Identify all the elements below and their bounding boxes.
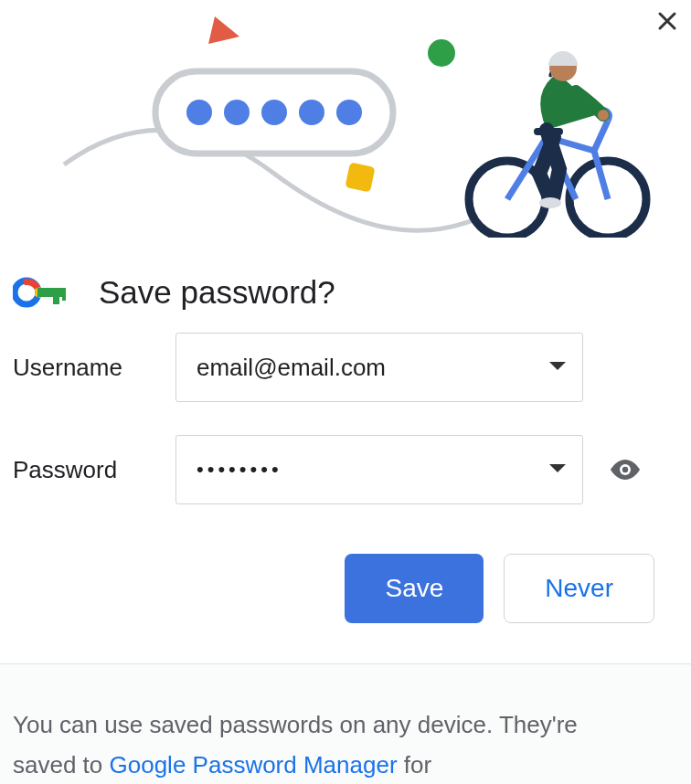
svg-point-3 [261, 100, 287, 125]
svg-point-11 [539, 197, 561, 208]
username-field[interactable] [175, 333, 583, 402]
footer-text-1: You can use saved passwords on any devic… [13, 711, 578, 738]
svg-rect-7 [345, 162, 375, 192]
save-button[interactable]: Save [345, 554, 484, 623]
eye-icon [609, 458, 642, 482]
key-icon [13, 277, 68, 308]
show-password-button[interactable] [609, 458, 642, 482]
svg-point-4 [299, 100, 324, 125]
dialog-actions: Save Never [0, 537, 691, 663]
password-label: Password [13, 456, 175, 484]
password-manager-link[interactable]: Google Password Manager [110, 751, 398, 779]
footer-text-2: saved to [13, 751, 110, 779]
svg-rect-15 [53, 288, 59, 304]
never-button[interactable]: Never [504, 554, 654, 623]
svg-point-5 [336, 100, 362, 125]
svg-point-18 [622, 467, 628, 472]
svg-point-2 [224, 100, 250, 125]
svg-point-10 [598, 110, 609, 121]
footer-info: You can use saved passwords on any devic… [0, 663, 691, 784]
password-field[interactable] [175, 435, 583, 504]
svg-rect-16 [62, 288, 66, 301]
credentials-form: Username Password [0, 333, 691, 504]
hero-illustration [0, 0, 691, 238]
svg-point-1 [186, 100, 212, 125]
username-label: Username [13, 354, 175, 382]
dialog-title: Save password? [99, 274, 335, 311]
svg-point-6 [428, 39, 455, 67]
footer-text-3: for [398, 751, 432, 779]
